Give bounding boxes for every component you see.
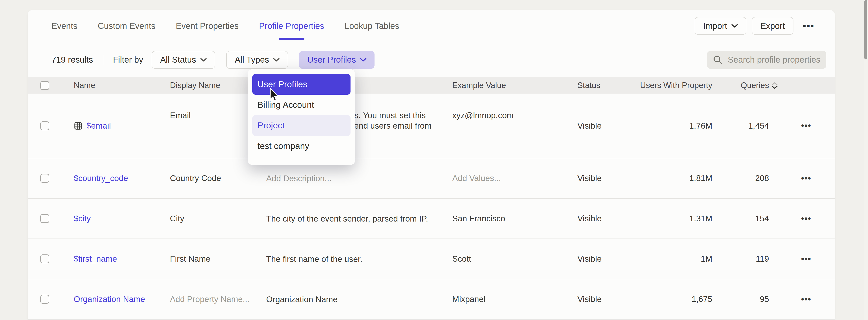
table-row: $first_name First Name The first name of…	[28, 239, 835, 279]
toolbar: Import Export •••	[695, 17, 814, 35]
row-checkbox[interactable]	[40, 214, 49, 223]
chevron-down-icon	[360, 58, 367, 62]
row-actions-button[interactable]: •••	[801, 214, 811, 223]
status-cell: Visible	[578, 174, 637, 183]
scrollbar-track	[864, 0, 868, 320]
table-row: $country_code Country Code Add Descripti…	[28, 158, 835, 199]
table-row: $city City The city of the event sender,…	[28, 199, 835, 239]
row-actions-button[interactable]: •••	[801, 174, 811, 183]
sort-icon	[772, 82, 777, 89]
example-value-cell[interactable]: Add Values...	[452, 174, 578, 183]
column-header-status: Status	[578, 81, 637, 90]
tab-lookup-tables[interactable]: Lookup Tables	[345, 10, 399, 42]
chevron-down-icon	[200, 58, 207, 62]
type-filter-dropdown[interactable]: All Types	[226, 51, 288, 69]
row-actions-button[interactable]: •••	[801, 121, 811, 131]
export-button[interactable]: Export	[752, 17, 794, 35]
queries-cell: 1,454	[748, 121, 777, 131]
menu-item-user-profiles[interactable]: User Profiles	[252, 74, 350, 95]
status-cell: Visible	[578, 214, 637, 223]
status-filter-dropdown[interactable]: All Status	[152, 51, 215, 69]
export-button-label: Export	[760, 21, 785, 31]
description-cell: The city of the event sender, parsed fro…	[266, 213, 452, 224]
chevron-down-icon	[273, 58, 280, 62]
table-row: $email Email The user's email address. Y…	[28, 94, 835, 158]
queries-cell: 119	[756, 254, 777, 263]
tab-profile-properties[interactable]: Profile Properties	[259, 10, 324, 42]
lookup-table-icon	[74, 121, 83, 130]
property-name-link[interactable]: $city	[74, 214, 170, 223]
select-all-checkbox[interactable]	[40, 81, 49, 90]
table-row: Organization Name Add Property Name... O…	[28, 279, 835, 320]
table-header: Name Display Name Description Example Va…	[28, 77, 835, 94]
type-filter-label: All Types	[235, 55, 269, 65]
menu-item-test-company[interactable]: test company	[252, 136, 350, 156]
users-with-property-cell: 1.76M	[689, 121, 712, 131]
property-name-link[interactable]: $email	[74, 121, 170, 131]
filter-by-label: Filter by	[113, 55, 143, 65]
row-checkbox[interactable]	[40, 295, 49, 304]
example-value-cell: Mixpanel	[452, 294, 578, 304]
row-checkbox[interactable]	[40, 174, 49, 183]
entity-filter-label: User Profiles	[307, 55, 356, 65]
display-name-cell[interactable]: Add Property Name...	[170, 294, 266, 304]
users-with-property-cell: 1,675	[691, 294, 712, 304]
queries-cell: 95	[760, 294, 777, 304]
display-name-cell: City	[170, 214, 266, 223]
table-body: $email Email The user's email address. Y…	[28, 94, 835, 320]
filter-bar: 719 results Filter by All Status All Typ…	[28, 42, 835, 77]
display-name-cell: First Name	[170, 254, 266, 263]
description-cell[interactable]: Add Description...	[266, 173, 452, 184]
import-button[interactable]: Import	[695, 17, 746, 35]
column-header-example-value: Example Value	[452, 81, 578, 90]
entity-dropdown-menu: User ProfilesBilling AccountProjecttest …	[248, 69, 355, 165]
users-with-property-cell: 1.81M	[689, 174, 712, 183]
example-value-cell: Scott	[452, 254, 578, 263]
row-checkbox[interactable]	[40, 121, 49, 130]
tab-events[interactable]: Events	[52, 10, 77, 42]
search-icon	[713, 55, 723, 65]
row-actions-button[interactable]: •••	[801, 294, 811, 304]
tab-custom-events[interactable]: Custom Events	[98, 10, 155, 42]
status-filter-label: All Status	[160, 55, 196, 65]
more-options-button[interactable]: •••	[803, 21, 814, 31]
description-cell: The first name of the user.	[266, 254, 452, 264]
row-actions-button[interactable]: •••	[801, 254, 811, 264]
status-cell: Visible	[578, 254, 637, 263]
column-header-queries[interactable]: Queries	[741, 81, 777, 90]
import-button-label: Import	[703, 21, 727, 31]
example-value-cell: xyz@lmnop.com	[452, 111, 578, 120]
column-header-users-with-property: Users With Property	[640, 81, 712, 90]
column-header-name: Name	[74, 81, 170, 90]
scrollbar-thumb[interactable]	[864, 0, 867, 60]
status-cell: Visible	[578, 121, 637, 131]
row-checkbox[interactable]	[40, 254, 49, 263]
results-count: 719 results	[52, 55, 93, 65]
users-with-property-cell: 1.31M	[689, 214, 712, 223]
status-cell: Visible	[578, 294, 637, 304]
property-name-link[interactable]: $first_name	[74, 254, 170, 263]
tab-event-properties[interactable]: Event Properties	[176, 10, 239, 42]
search-box	[707, 51, 826, 69]
display-name-cell: Country Code	[170, 174, 266, 183]
queries-cell: 208	[755, 174, 777, 183]
tab-bar-tabs: EventsCustom EventsEvent PropertiesProfi…	[52, 10, 420, 42]
entity-filter-dropdown[interactable]: User Profiles	[299, 51, 374, 69]
menu-item-billing-account[interactable]: Billing Account	[252, 95, 350, 115]
users-with-property-cell: 1M	[701, 254, 712, 263]
property-name-link[interactable]: $country_code	[74, 174, 170, 183]
queries-cell: 154	[755, 214, 777, 223]
profile-properties-panel: EventsCustom EventsEvent PropertiesProfi…	[28, 10, 835, 320]
description-cell: Organization Name	[266, 294, 452, 305]
divider	[103, 55, 103, 65]
mouse-cursor	[268, 87, 279, 102]
tab-bar: EventsCustom EventsEvent PropertiesProfi…	[28, 10, 835, 42]
chevron-down-icon	[732, 24, 738, 28]
property-name-link[interactable]: Organization Name	[74, 294, 170, 304]
example-value-cell: San Francisco	[452, 214, 578, 223]
menu-item-project[interactable]: Project	[252, 115, 350, 136]
search-input[interactable]	[728, 55, 820, 65]
